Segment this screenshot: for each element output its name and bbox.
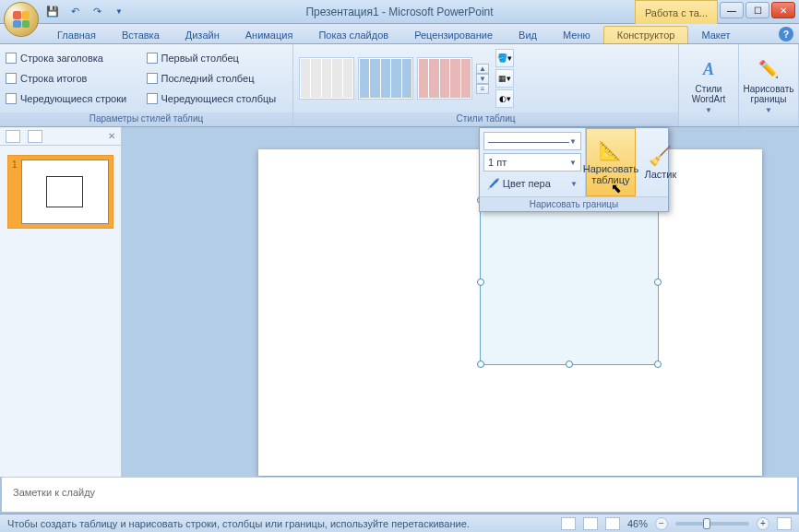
tab-layout[interactable]: Макет	[688, 27, 743, 43]
opt-total-row-label: Строка итогов	[20, 73, 87, 84]
view-slideshow-icon[interactable]	[605, 517, 620, 530]
style-thumb-red[interactable]	[417, 57, 472, 100]
line-weight-combo[interactable]: 1 пт▼	[483, 153, 581, 171]
ribbon: Строка заголовка Строка итогов Чередующи…	[0, 44, 799, 127]
tab-view[interactable]: Вид	[506, 27, 550, 43]
notes-pane[interactable]: Заметки к слайду	[2, 477, 797, 512]
borders-button[interactable]: ▦▾	[495, 69, 514, 88]
opt-last-col[interactable]: Последний столбец	[147, 68, 288, 89]
redo-icon[interactable]: ↷	[89, 4, 105, 20]
tab-animation[interactable]: Анимация	[233, 27, 306, 43]
group-draw-borders: ✏️ Нарисовать границы ▼	[739, 44, 799, 126]
opt-first-col-label: Первый столбец	[161, 53, 239, 64]
slides-tab-icon[interactable]	[6, 130, 20, 143]
maximize-button[interactable]: ☐	[745, 2, 769, 18]
undo-icon[interactable]: ↶	[66, 4, 83, 20]
draw-table-label: Нарисовать таблицу	[583, 163, 638, 185]
opt-banded-rows[interactable]: Чередующиеся строки	[6, 89, 147, 109]
line-weight-value: 1 пт	[488, 157, 507, 168]
group-table-style-options: Строка заголовка Строка итогов Чередующи…	[0, 44, 293, 126]
minimize-button[interactable]: —	[720, 2, 744, 18]
draw-table-button[interactable]: 📐 Нарисовать таблицу	[586, 128, 636, 196]
tab-constructor[interactable]: Конструктор	[603, 26, 689, 43]
opt-header-row[interactable]: Строка заголовка	[6, 48, 147, 68]
group-table-styles: ▲▼≡ 🪣▾ ▦▾ ◐▾ Стили таблиц	[293, 44, 679, 126]
slide-panel: ✕ 1	[0, 127, 122, 477]
wordart-styles-button[interactable]: A Стили WordArt ▼	[681, 48, 736, 123]
thumbnail-preview	[21, 160, 109, 224]
tab-design[interactable]: Дизайн	[173, 27, 233, 43]
tab-insert[interactable]: Вставка	[109, 27, 173, 43]
draw-table-icon: 📐	[599, 139, 622, 161]
window-title: Презентация1 - Microsoft PowerPoint	[305, 6, 493, 18]
line-style-value: ————————	[488, 136, 569, 147]
group-label-table-options: Параметры стилей таблиц	[0, 112, 292, 126]
view-normal-icon[interactable]	[561, 517, 576, 530]
help-icon[interactable]: ?	[779, 27, 793, 41]
fit-to-window-icon[interactable]	[777, 517, 792, 530]
zoom-value: 46%	[627, 518, 648, 529]
panel-tabs: ✕	[0, 127, 121, 146]
eraser-button[interactable]: 🧹 Ластик	[636, 128, 686, 196]
zoom-slider[interactable]	[675, 522, 749, 526]
draw-borders-button[interactable]: ✏️ Нарисовать границы ▼	[741, 48, 796, 123]
wordart-label: Стили WordArt	[683, 84, 734, 104]
outline-tab-icon[interactable]	[28, 130, 42, 143]
tab-menu[interactable]: Меню	[550, 27, 603, 43]
group-label-table-styles: Стили таблиц	[293, 112, 678, 126]
group-wordart: A Стили WordArt ▼	[679, 44, 739, 126]
line-style-combo[interactable]: ————————▼	[483, 132, 581, 150]
effects-button[interactable]: ◐▾	[495, 89, 514, 108]
draw-borders-label: Нарисовать границы	[743, 84, 794, 104]
shading-button[interactable]: 🪣▾	[495, 49, 514, 67]
eraser-icon: 🧹	[649, 145, 672, 167]
gallery-more-icon[interactable]: ≡	[476, 84, 489, 94]
draw-borders-dropdown: ————————▼ 1 пт▼ 🖊️ Цвет пера▼ 📐 Нарисова…	[479, 127, 669, 212]
wordart-icon: A	[696, 56, 721, 82]
gallery-up-icon[interactable]: ▲	[476, 64, 489, 74]
dropdown-footer: Нарисовать границы	[480, 196, 668, 211]
gallery-down-icon[interactable]: ▼	[476, 74, 489, 84]
close-button[interactable]: ✕	[771, 2, 795, 18]
slide-thumbnail-1[interactable]: 1	[7, 155, 113, 229]
style-thumb-blue[interactable]	[358, 57, 413, 100]
notes-placeholder-text: Заметки к слайду	[13, 487, 95, 498]
slide-number: 1	[12, 160, 18, 224]
pen-color-button[interactable]: 🖊️ Цвет пера▼	[483, 174, 581, 193]
status-text: Чтобы создать таблицу и нарисовать строк…	[7, 518, 470, 529]
panel-close-icon[interactable]: ✕	[108, 131, 115, 141]
slide-canvas[interactable]	[122, 127, 799, 477]
opt-banded-rows-label: Чередующиеся строки	[20, 93, 126, 104]
opt-header-row-label: Строка заголовка	[20, 53, 103, 64]
table-placeholder[interactable]	[480, 199, 659, 365]
qat-dropdown-icon[interactable]: ▼	[111, 4, 127, 20]
view-sorter-icon[interactable]	[583, 517, 598, 530]
status-bar: Чтобы создать таблицу и нарисовать строк…	[0, 514, 799, 532]
tab-home[interactable]: Главная	[44, 27, 109, 43]
pen-color-label: Цвет пера	[503, 178, 551, 189]
save-icon[interactable]: 💾	[44, 4, 61, 20]
style-thumb-plain[interactable]	[299, 57, 354, 100]
tab-review[interactable]: Рецензирование	[401, 27, 506, 43]
office-button[interactable]	[4, 2, 39, 37]
opt-first-col[interactable]: Первый столбец	[147, 48, 288, 68]
ribbon-tabstrip: Главная Вставка Дизайн Анимация Показ сл…	[0, 24, 799, 44]
gallery-scroll[interactable]: ▲▼≡	[476, 64, 489, 94]
quick-access-toolbar: 💾 ↶ ↷ ▼	[44, 4, 127, 20]
opt-total-row[interactable]: Строка итогов	[6, 68, 147, 89]
table-style-gallery[interactable]: ▲▼≡	[299, 57, 489, 100]
eraser-label: Ластик	[645, 169, 677, 180]
opt-last-col-label: Последний столбец	[161, 73, 255, 84]
tab-slideshow[interactable]: Показ слайдов	[305, 27, 401, 43]
pen-icon: 🖊️	[487, 178, 500, 190]
opt-banded-cols-label: Чередующиеся столбцы	[161, 93, 277, 104]
pencil-icon: ✏️	[756, 56, 781, 82]
zoom-out-button[interactable]: −	[655, 517, 668, 530]
contextual-tab-label: Работа с та...	[635, 0, 718, 24]
title-bar: 💾 ↶ ↷ ▼ Презентация1 - Microsoft PowerPo…	[0, 0, 799, 24]
opt-banded-cols[interactable]: Чередующиеся столбцы	[147, 89, 288, 109]
zoom-in-button[interactable]: +	[757, 517, 769, 530]
